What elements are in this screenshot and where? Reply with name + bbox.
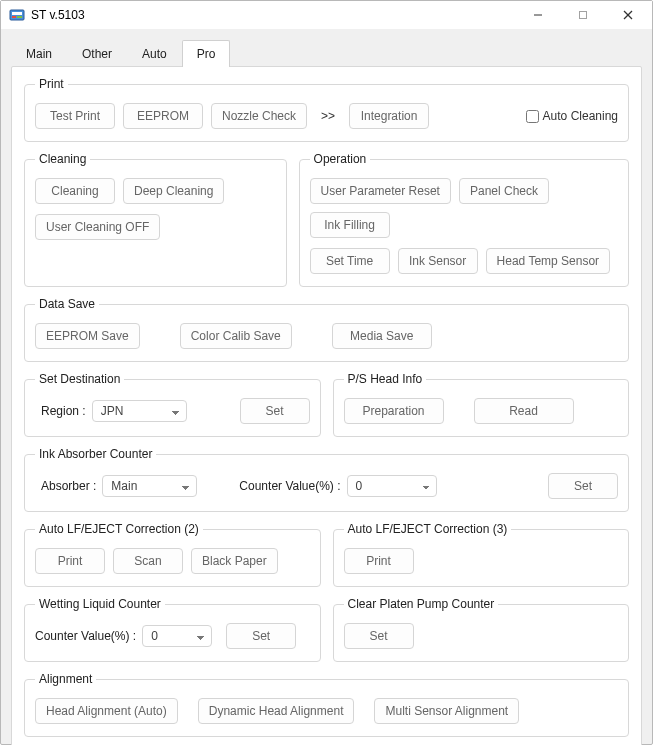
absorber-select[interactable]: Main [102, 475, 197, 497]
nozzle-check-button[interactable]: Nozzle Check [211, 103, 307, 129]
group-lf-eject-3: Auto LF/EJECT Correction (3) Print [333, 522, 630, 587]
integration-button[interactable]: Integration [349, 103, 429, 129]
test-print-button[interactable]: Test Print [35, 103, 115, 129]
absorber-label: Absorber : [41, 479, 96, 493]
group-lf-eject-3-legend: Auto LF/EJECT Correction (3) [344, 522, 512, 536]
group-ps-head-info-legend: P/S Head Info [344, 372, 427, 386]
group-data-save-legend: Data Save [35, 297, 99, 311]
group-wetting: Wetting Liquid Counter Counter Value(%) … [24, 597, 321, 662]
tab-main[interactable]: Main [11, 40, 67, 67]
deep-cleaning-button[interactable]: Deep Cleaning [123, 178, 224, 204]
auto-cleaning-label: Auto Cleaning [543, 109, 618, 123]
media-save-button[interactable]: Media Save [332, 323, 432, 349]
svg-rect-1 [12, 12, 22, 15]
group-cleaning-legend: Cleaning [35, 152, 90, 166]
lf3-print-button[interactable]: Print [344, 548, 414, 574]
minimize-button[interactable] [515, 1, 560, 29]
group-operation: Operation User Parameter Reset Panel Che… [299, 152, 629, 287]
tab-panel-pro: Print Test Print EEPROM Nozzle Check >> … [11, 66, 642, 745]
group-alignment-legend: Alignment [35, 672, 96, 686]
wetting-counter-select[interactable]: 0 [142, 625, 212, 647]
read-button[interactable]: Read [474, 398, 574, 424]
svg-rect-2 [12, 16, 16, 18]
cleaning-button[interactable]: Cleaning [35, 178, 115, 204]
region-label: Region : [41, 404, 86, 418]
panel-check-button[interactable]: Panel Check [459, 178, 549, 204]
user-cleaning-off-button[interactable]: User Cleaning OFF [35, 214, 160, 240]
window-controls [515, 1, 650, 29]
color-calib-save-button[interactable]: Color Calib Save [180, 323, 292, 349]
eeprom-save-button[interactable]: EEPROM Save [35, 323, 140, 349]
group-operation-legend: Operation [310, 152, 371, 166]
group-lf-eject-2: Auto LF/EJECT Correction (2) Print Scan … [24, 522, 321, 587]
eeprom-button[interactable]: EEPROM [123, 103, 203, 129]
window-title: ST v.5103 [31, 8, 515, 22]
set-time-button[interactable]: Set Time [310, 248, 390, 274]
group-ps-head-info: P/S Head Info Preparation Read [333, 372, 630, 437]
svg-rect-3 [17, 16, 22, 18]
user-param-reset-button[interactable]: User Parameter Reset [310, 178, 451, 204]
more-label: >> [315, 104, 341, 128]
dynamic-head-alignment-button[interactable]: Dynamic Head Alignment [198, 698, 355, 724]
head-alignment-auto-button[interactable]: Head Alignment (Auto) [35, 698, 178, 724]
group-platen-legend: Clear Platen Pump Counter [344, 597, 499, 611]
group-data-save: Data Save EEPROM Save Color Calib Save M… [24, 297, 629, 362]
group-platen: Clear Platen Pump Counter Set [333, 597, 630, 662]
auto-cleaning-input[interactable] [526, 110, 539, 123]
app-icon [9, 7, 25, 23]
group-print: Print Test Print EEPROM Nozzle Check >> … [24, 77, 629, 142]
titlebar: ST v.5103 [1, 1, 652, 29]
head-temp-sensor-button[interactable]: Head Temp Sensor [486, 248, 611, 274]
ink-counter-select[interactable]: 0 [347, 475, 437, 497]
ink-filling-button[interactable]: Ink Filling [310, 212, 390, 238]
platen-set-button[interactable]: Set [344, 623, 414, 649]
set-destination-button[interactable]: Set [240, 398, 310, 424]
lf2-black-paper-button[interactable]: Black Paper [191, 548, 278, 574]
tab-bar: Main Other Auto Pro [11, 40, 642, 67]
wetting-counter-label: Counter Value(%) : [35, 629, 136, 643]
tab-auto[interactable]: Auto [127, 40, 182, 67]
auto-cleaning-checkbox[interactable]: Auto Cleaning [526, 109, 618, 123]
preparation-button[interactable]: Preparation [344, 398, 444, 424]
group-print-legend: Print [35, 77, 68, 91]
lf2-print-button[interactable]: Print [35, 548, 105, 574]
tab-other[interactable]: Other [67, 40, 127, 67]
wetting-set-button[interactable]: Set [226, 623, 296, 649]
multi-sensor-alignment-button[interactable]: Multi Sensor Alignment [374, 698, 519, 724]
app-window: ST v.5103 Main Other Auto Pro Print Test… [0, 0, 653, 745]
ink-absorber-set-button[interactable]: Set [548, 473, 618, 499]
svg-rect-5 [579, 12, 586, 19]
tab-pro[interactable]: Pro [182, 40, 231, 67]
group-lf-eject-2-legend: Auto LF/EJECT Correction (2) [35, 522, 203, 536]
group-ink-absorber: Ink Absorber Counter Absorber : Main Cou… [24, 447, 629, 512]
maximize-button[interactable] [560, 1, 605, 29]
group-cleaning: Cleaning Cleaning Deep Cleaning User Cle… [24, 152, 287, 287]
region-select[interactable]: JPN [92, 400, 187, 422]
group-ink-absorber-legend: Ink Absorber Counter [35, 447, 156, 461]
group-set-destination: Set Destination Region : JPN Set [24, 372, 321, 437]
group-wetting-legend: Wetting Liquid Counter [35, 597, 165, 611]
ink-counter-label: Counter Value(%) : [239, 479, 340, 493]
group-alignment: Alignment Head Alignment (Auto) Dynamic … [24, 672, 629, 737]
ink-sensor-button[interactable]: Ink Sensor [398, 248, 478, 274]
close-button[interactable] [605, 1, 650, 29]
group-set-destination-legend: Set Destination [35, 372, 124, 386]
lf2-scan-button[interactable]: Scan [113, 548, 183, 574]
window-body: Main Other Auto Pro Print Test Print EEP… [1, 29, 652, 745]
